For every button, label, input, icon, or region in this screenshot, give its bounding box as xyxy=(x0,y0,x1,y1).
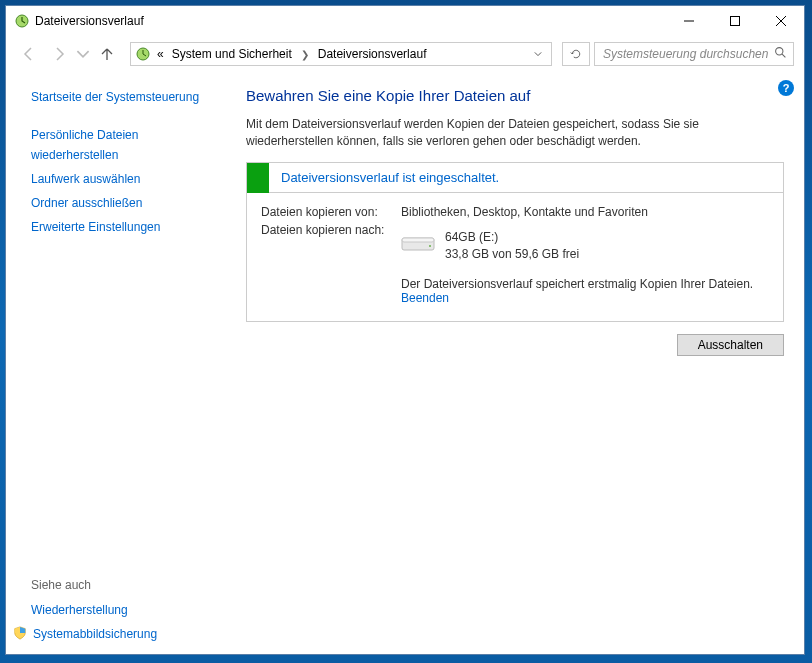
address-dropdown[interactable] xyxy=(529,45,547,63)
status-title: Dateiversionsverlauf ist eingeschaltet. xyxy=(269,170,499,185)
close-button[interactable] xyxy=(758,6,804,36)
see-also-label: Siehe auch xyxy=(31,578,226,592)
maximize-button[interactable] xyxy=(712,6,758,36)
search-input[interactable] xyxy=(601,46,774,62)
control-panel-icon xyxy=(135,46,151,62)
chevron-right-icon[interactable]: ❯ xyxy=(298,49,312,60)
search-icon xyxy=(774,46,787,62)
recent-dropdown[interactable] xyxy=(76,41,90,67)
drive-row: 64GB (E:) 33,8 GB von 59,6 GB frei xyxy=(401,229,769,263)
breadcrumb-prefix[interactable]: « xyxy=(155,47,166,61)
drive-free: 33,8 GB von 59,6 GB frei xyxy=(445,246,579,263)
status-indicator-icon xyxy=(247,163,269,193)
stop-link[interactable]: Beenden xyxy=(401,291,449,305)
progress-text: Der Dateiversionsverlauf speichert erstm… xyxy=(401,277,753,291)
address-bar[interactable]: « System und Sicherheit ❯ Dateiversionsv… xyxy=(130,42,552,66)
body: Startseite der Systemsteuerung Persönlic… xyxy=(6,72,804,654)
help-icon[interactable]: ? xyxy=(778,80,794,96)
status-box: Dateiversionsverlauf ist eingeschaltet. … xyxy=(246,162,784,322)
shield-icon xyxy=(13,626,27,643)
search-box[interactable] xyxy=(594,42,794,66)
page-title: Bewahren Sie eine Kopie Ihrer Dateien au… xyxy=(246,87,784,104)
svg-rect-5 xyxy=(402,238,434,242)
sidebar-exclude-folders[interactable]: Ordner ausschließen xyxy=(31,193,226,213)
minimize-button[interactable] xyxy=(666,6,712,36)
copy-from-value: Bibliotheken, Desktop, Kontakte und Favo… xyxy=(401,205,769,219)
sidebar-advanced-settings[interactable]: Erweiterte Einstellungen xyxy=(31,217,226,237)
refresh-button[interactable] xyxy=(562,42,590,66)
progress-note: Der Dateiversionsverlauf speichert erstm… xyxy=(401,277,769,305)
navbar: « System und Sicherheit ❯ Dateiversionsv… xyxy=(6,36,804,72)
window: Dateiversionsverlauf xyxy=(5,5,805,655)
status-header: Dateiversionsverlauf ist eingeschaltet. xyxy=(247,163,783,193)
main-panel: ? Bewahren Sie eine Kopie Ihrer Dateien … xyxy=(226,72,804,654)
sidebar-restore-personal[interactable]: Persönliche Dateien wiederherstellen xyxy=(31,125,171,165)
sidebar: Startseite der Systemsteuerung Persönlic… xyxy=(6,72,226,654)
titlebar: Dateiversionsverlauf xyxy=(6,6,804,36)
window-controls xyxy=(666,6,804,36)
file-history-icon xyxy=(14,13,30,29)
svg-rect-1 xyxy=(731,17,740,26)
drive-name: 64GB (E:) xyxy=(445,229,579,246)
sidebar-system-image[interactable]: Systemabbildsicherung xyxy=(33,624,157,644)
breadcrumb-parent[interactable]: System und Sicherheit xyxy=(170,47,294,61)
copy-to-label: Dateien kopieren nach: xyxy=(261,223,401,263)
window-title: Dateiversionsverlauf xyxy=(35,14,666,28)
svg-point-6 xyxy=(429,245,431,247)
breadcrumb-current[interactable]: Dateiversionsverlauf xyxy=(316,47,429,61)
turn-off-button[interactable]: Ausschalten xyxy=(677,334,784,356)
status-body: Dateien kopieren von: Bibliotheken, Desk… xyxy=(247,193,783,321)
sidebar-home[interactable]: Startseite der Systemsteuerung xyxy=(31,87,226,107)
back-button[interactable] xyxy=(16,41,42,67)
forward-button[interactable] xyxy=(46,41,72,67)
up-button[interactable] xyxy=(94,41,120,67)
drive-icon xyxy=(401,231,435,256)
copy-from-label: Dateien kopieren von: xyxy=(261,205,401,219)
svg-point-3 xyxy=(776,48,783,55)
sidebar-select-drive[interactable]: Laufwerk auswählen xyxy=(31,169,226,189)
sidebar-recovery[interactable]: Wiederherstellung xyxy=(31,600,226,620)
page-description: Mit dem Dateiversionsverlauf werden Kopi… xyxy=(246,116,784,150)
